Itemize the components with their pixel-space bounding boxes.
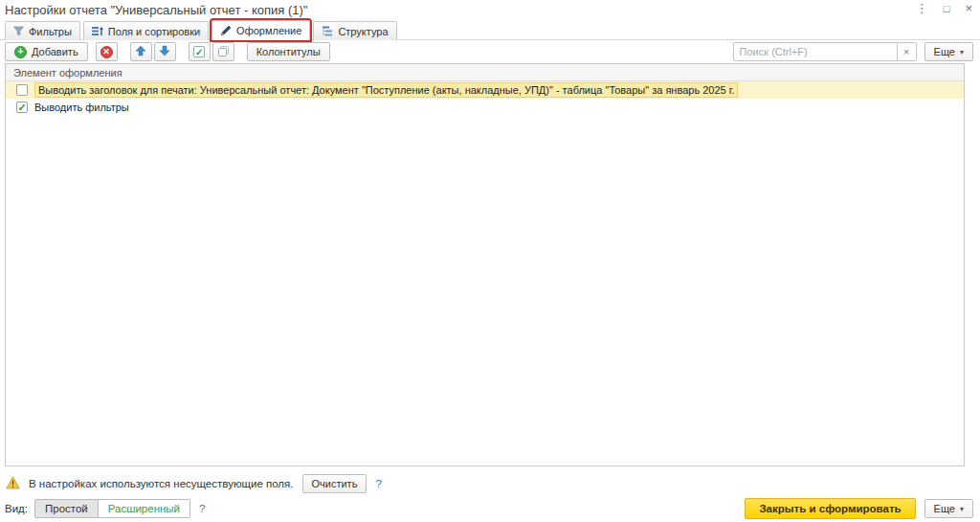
- footer-bar: Вид: Простой Расширенный ? Закрыть и сфо…: [5, 498, 973, 519]
- window-controls: ⋮ □ ×: [916, 1, 972, 16]
- headers-button-label: Колонтитулы: [256, 46, 321, 57]
- headers-button[interactable]: Колонтитулы: [247, 42, 330, 61]
- tabstrip: Фильтры Поля и сортировки Оформление Стр…: [5, 20, 397, 40]
- toolbar: + Добавить ✕ ✓ Колонтитулы × Еще ▾: [5, 42, 973, 61]
- search-area: ×: [733, 42, 917, 61]
- fields-sorting-icon: [92, 26, 103, 36]
- checked-box-icon: ✓: [193, 46, 205, 57]
- table-row[interactable]: Выводить заголовок для печати: Универсал…: [6, 81, 964, 99]
- close-and-generate-button[interactable]: Закрыть и сформировать: [745, 498, 915, 519]
- warning-help-link[interactable]: ?: [375, 478, 381, 489]
- close-icon[interactable]: ×: [965, 1, 972, 16]
- clear-fields-label: Очистить: [312, 478, 358, 489]
- design-pencil-icon: [220, 25, 232, 36]
- add-button-label: Добавить: [32, 46, 78, 57]
- more-button-bottom[interactable]: Еще ▾: [924, 499, 973, 518]
- row-text: Выводить заголовок для печати: Универсал…: [34, 82, 738, 98]
- warning-text: В настройках используются несуществующие…: [29, 478, 294, 489]
- empty-box-icon: [217, 45, 230, 59]
- design-elements-panel: Элемент оформления Выводить заголовок дл…: [5, 63, 965, 466]
- arrow-up-icon: [135, 45, 146, 58]
- delete-x-icon: ✕: [100, 46, 113, 58]
- check-all-button[interactable]: ✓: [189, 42, 211, 61]
- tab-label: Оформление: [236, 25, 301, 36]
- window-title: Настройки отчета "Универсальный отчет - …: [5, 3, 307, 17]
- menu-dots-icon[interactable]: ⋮: [916, 1, 928, 16]
- move-down-button[interactable]: [154, 42, 176, 61]
- footer-help-link[interactable]: ?: [199, 503, 205, 514]
- column-header[interactable]: Элемент оформления: [6, 64, 964, 81]
- filter-icon: [13, 26, 24, 36]
- warning-icon: [6, 476, 20, 491]
- tab-design[interactable]: Оформление: [212, 20, 310, 40]
- clear-fields-button[interactable]: Очистить: [302, 474, 368, 493]
- tab-filters[interactable]: Фильтры: [5, 21, 80, 40]
- view-label: Вид:: [5, 503, 28, 514]
- checkbox-unchecked[interactable]: [16, 84, 28, 96]
- checkbox-checked[interactable]: ✓: [16, 102, 28, 113]
- clear-search-button[interactable]: ×: [898, 42, 917, 61]
- row-text: Выводить фильтры: [34, 102, 129, 113]
- plus-icon: +: [14, 46, 27, 58]
- move-up-button[interactable]: [130, 42, 152, 61]
- structure-icon: [322, 26, 333, 36]
- warning-bar: В настройках используются несуществующие…: [6, 473, 382, 494]
- more-bottom-label: Еще: [934, 503, 955, 514]
- tab-fields-sorting[interactable]: Поля и сортировки: [83, 21, 209, 40]
- search-input[interactable]: [733, 42, 898, 61]
- more-button-label: Еще: [934, 46, 955, 57]
- table-row[interactable]: ✓ Выводить фильтры: [6, 99, 964, 116]
- mode-extended-button[interactable]: Расширенный: [99, 499, 190, 518]
- tab-structure[interactable]: Структура: [313, 21, 396, 40]
- tab-label: Структура: [338, 26, 388, 37]
- maximize-icon[interactable]: □: [944, 1, 950, 16]
- mode-simple-button[interactable]: Простой: [34, 499, 99, 518]
- tab-label: Фильтры: [29, 26, 72, 37]
- arrow-down-icon: [159, 45, 170, 58]
- delete-button[interactable]: ✕: [96, 42, 118, 61]
- uncheck-all-button[interactable]: [212, 42, 234, 61]
- add-button[interactable]: + Добавить: [5, 42, 88, 61]
- tab-label: Поля и сортировки: [108, 26, 200, 37]
- chevron-down-icon: ▾: [960, 505, 964, 513]
- more-button-top[interactable]: Еще ▾: [924, 42, 973, 61]
- chevron-down-icon: ▾: [960, 48, 964, 57]
